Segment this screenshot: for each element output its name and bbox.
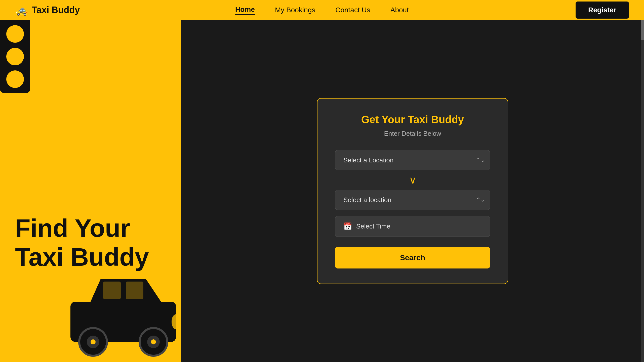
traffic-light-yellow xyxy=(6,48,24,65)
nav-about[interactable]: About xyxy=(390,6,409,14)
traffic-light-red xyxy=(6,25,24,43)
from-location-select[interactable]: Select a Location xyxy=(335,150,490,170)
select-time-button[interactable]: 📅 Select Time xyxy=(335,216,490,237)
card-subtitle: Enter Details Below xyxy=(335,130,490,138)
nav-home[interactable]: Home xyxy=(235,6,255,15)
scrollbar[interactable] xyxy=(641,20,644,362)
chevron-down-icon: ∨ xyxy=(335,174,490,186)
svg-point-8 xyxy=(91,339,96,344)
to-location-wrapper: Select a location ⌃⌄ xyxy=(335,190,490,210)
svg-rect-2 xyxy=(126,282,143,299)
nav-contact-us[interactable]: Contact Us xyxy=(335,6,370,14)
svg-rect-1 xyxy=(103,282,121,299)
left-panel: Find Your Taxi Buddy xyxy=(0,20,181,362)
to-location-select[interactable]: Select a location xyxy=(335,190,490,210)
nav-my-bookings[interactable]: My Bookings xyxy=(275,6,315,14)
navbar: 🚕 Taxi Buddy Home My Bookings Contact Us… xyxy=(0,0,644,20)
card-title: Get Your Taxi Buddy xyxy=(335,114,490,126)
register-button[interactable]: Register xyxy=(576,2,629,19)
logo-text: Taxi Buddy xyxy=(32,5,80,15)
traffic-light-green xyxy=(6,70,24,88)
taxi-icon: 🚕 xyxy=(15,4,28,16)
svg-point-9 xyxy=(151,339,156,344)
taxi-car-illustration xyxy=(60,256,181,362)
right-panel: Get Your Taxi Buddy Enter Details Below … xyxy=(181,20,644,362)
booking-card: Get Your Taxi Buddy Enter Details Below … xyxy=(317,98,508,284)
scrollbar-thumb[interactable] xyxy=(641,20,644,40)
logo[interactable]: 🚕 Taxi Buddy xyxy=(15,4,80,16)
svg-point-7 xyxy=(172,314,181,329)
nav-links: Home My Bookings Contact Us About xyxy=(235,6,409,15)
search-button[interactable]: Search xyxy=(335,247,490,268)
from-location-wrapper: Select a Location ⌃⌄ xyxy=(335,150,490,170)
select-time-label: Select Time xyxy=(356,222,390,230)
calendar-icon: 📅 xyxy=(343,222,352,231)
main-content: Find Your Taxi Buddy xyxy=(0,20,644,362)
traffic-light xyxy=(0,20,35,93)
